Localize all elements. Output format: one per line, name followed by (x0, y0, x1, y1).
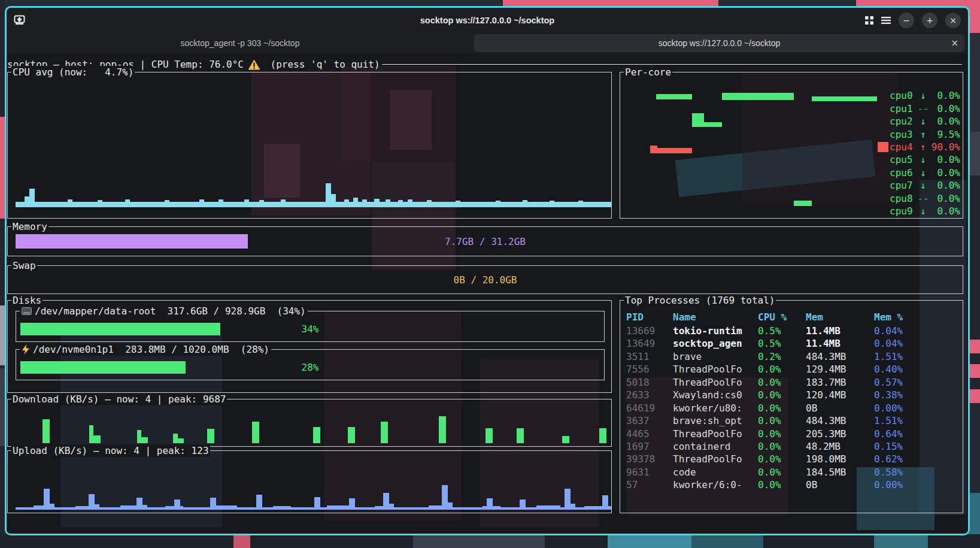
cpu-avg-histogram (16, 73, 610, 207)
c-name: ThreadPoolFo (673, 376, 742, 389)
c-pid: 64619 (626, 402, 655, 414)
c-cpu: 0.0% (758, 414, 781, 427)
core-name: cpu0 (890, 89, 915, 102)
histogram-bar (536, 505, 560, 510)
histogram-bar (602, 495, 608, 510)
histogram-bar (244, 199, 249, 207)
core-name: cpu7 (890, 179, 915, 192)
desktop: socktop ws://127.0.0.0 ~/socktop (0, 0, 980, 548)
disk-icon (22, 307, 32, 315)
process-row-64619: 64619kworker/u80:0.0%0B0.00% (620, 402, 963, 414)
grid-apps-icon[interactable] (865, 16, 873, 25)
download-panel: Download (KB/s) — now: 4 | peak: 9687 (7, 399, 612, 447)
histogram-bar (517, 428, 524, 443)
c-pid: 7556 (626, 363, 650, 376)
col-cpu: CPU % (758, 311, 787, 323)
c-mem: 205.3MB (806, 428, 846, 440)
disk-nvme: /dev/nvme0n1p1 283.8MB / 1020.0MB (28%) … (16, 349, 605, 380)
histogram-bar (259, 200, 264, 207)
core-sparkline-bar (692, 113, 704, 127)
per-core-panel: Per-core cpu0↓0.0%cpu1--0.0%cpu2↓0.0%cpu… (620, 72, 963, 219)
core-name: cpu3 (890, 128, 915, 141)
core-trend: ↓ (915, 179, 932, 192)
wallpaper (0, 305, 5, 365)
histogram-bar (496, 201, 500, 207)
swap-gauge: 0B / 20.0GB (16, 273, 955, 287)
histogram-bar (486, 428, 493, 443)
core-sparkline-bar (812, 96, 877, 101)
core-val: 0.0% (932, 192, 960, 205)
wallpaper (0, 117, 5, 219)
histogram-bar (178, 438, 184, 443)
menu-icon[interactable] (881, 17, 891, 24)
c-pid: 13649 (626, 337, 655, 350)
memory-gauge: 7.7GB / 31.2GB (16, 234, 955, 249)
c-mpct: 0.15% (874, 440, 903, 453)
c-name: tokio-runtim (673, 325, 742, 337)
core-name: cpu2 (890, 115, 915, 128)
c-mpct: 1.51% (874, 414, 903, 427)
core-row-cpu6: cpu6↓0.0% (890, 166, 960, 179)
core-trend: ↑ (915, 141, 932, 153)
upload-panel: Upload (KB/s) — now: 4 | peak: 123 (7, 450, 612, 513)
core-val: 0.0% (932, 115, 960, 128)
histogram-bar (125, 199, 130, 207)
core-trend: ↓ (915, 115, 932, 128)
c-pid: 9631 (626, 466, 650, 479)
histogram-bar (173, 434, 178, 443)
histogram-bar (349, 498, 355, 510)
disk-percent-text: 34% (20, 323, 600, 335)
histogram-bar (281, 199, 286, 207)
wallpaper (233, 535, 250, 548)
histogram-bar (408, 199, 412, 207)
core-val: 0.0% (932, 153, 960, 166)
close-button[interactable]: × (945, 13, 961, 28)
tab-socktop-agent[interactable]: socktop_agent -p 303 ~/socktop (7, 32, 474, 54)
disk-data-root-gauge: 34% (20, 323, 600, 335)
c-pid: 2633 (626, 389, 650, 401)
core-sparkline-bar (722, 93, 794, 100)
histogram-bar (374, 199, 380, 207)
c-name: ThreadPoolFo (673, 453, 742, 465)
core-trend: ↓ (915, 153, 932, 166)
process-table-body: 13669tokio-runtim0.5%11.4MB0.04%13649soc… (620, 325, 963, 492)
c-mpct: 0.38% (874, 389, 903, 401)
core-trend dim: -- (915, 102, 932, 115)
histogram-bar (427, 200, 432, 207)
process-row-13669: 13669tokio-runtim0.5%11.4MB0.04% (620, 325, 963, 337)
memory-panel: Memory 7.7GB / 31.2GB (7, 226, 963, 256)
process-row-13649: 13649socktop_agen0.5%11.4MB0.04% (620, 337, 963, 350)
c-pid: 1697 (626, 440, 650, 453)
core-name: cpu9 (890, 205, 915, 217)
c-cpu: 0.0% (758, 389, 781, 401)
histogram-bar (141, 437, 148, 443)
process-row-39378: 39378ThreadPoolFo0.0%198.0MB0.62% (620, 453, 963, 465)
c-name: kworker/6:0- (673, 479, 742, 491)
core-row-cpu0: cpu0↓0.0% (890, 89, 960, 102)
histogram-bar (326, 183, 331, 207)
histogram-bar (571, 504, 575, 510)
core-sparkline-bar (878, 142, 888, 152)
histogram-bar (213, 505, 237, 510)
tab-close-icon[interactable]: × (951, 38, 958, 49)
maximize-button[interactable]: + (922, 13, 937, 28)
histogram-bar (448, 502, 453, 510)
disk-data-root: /dev/mapper/data-root 317.6GB / 928.9GB … (16, 311, 605, 342)
histogram-bar (314, 497, 320, 510)
histogram-bar (165, 200, 169, 207)
c-cpu: 0.0% (758, 376, 781, 389)
new-tab-icon[interactable] (14, 15, 25, 25)
process-row-2633: 2633Xwayland:cs00.0%120.4MB0.38% (620, 389, 963, 401)
top-processes-panel: Top Processes (1769 total) PID Name CPU … (620, 300, 963, 513)
core-row-cpu3: cpu3↑9.5% (890, 128, 960, 140)
histogram-bar (50, 504, 54, 510)
core-name: cpu6 (890, 166, 915, 179)
core-row-cpu7: cpu7↓0.0% (890, 179, 960, 192)
core-sparkline-bar (657, 148, 692, 153)
core-row-cpu1: cpu1--0.0% (890, 102, 960, 114)
core-name: cpu1 (890, 102, 915, 115)
histogram-bar (93, 435, 101, 443)
tab-socktop-active[interactable]: socktop ws://127.0.0.0 ~/socktop × (474, 34, 964, 52)
minimize-button[interactable]: − (899, 13, 914, 28)
process-row-3511: 3511brave0.2%484.3MB1.51% (620, 350, 963, 363)
